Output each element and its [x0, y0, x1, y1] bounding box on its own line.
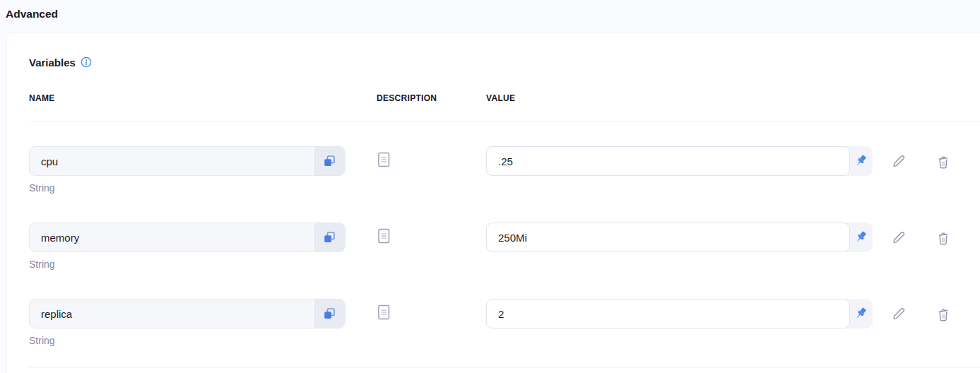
variable-row: String	[29, 146, 980, 194]
value-input[interactable]	[486, 223, 850, 252]
copy-icon	[322, 230, 336, 244]
description-button[interactable]	[377, 151, 391, 169]
pin-icon	[853, 230, 868, 245]
copy-button[interactable]	[313, 300, 345, 328]
value-field	[486, 146, 873, 176]
trash-icon	[935, 153, 952, 170]
edit-button[interactable]	[887, 150, 910, 172]
name-field	[29, 146, 346, 176]
column-header-name: NAME	[29, 93, 346, 103]
name-input[interactable]	[30, 223, 313, 251]
copy-icon	[322, 307, 336, 321]
name-input[interactable]	[30, 300, 313, 328]
copy-button[interactable]	[313, 223, 345, 251]
value-field	[486, 223, 873, 252]
edit-button[interactable]	[887, 302, 910, 325]
section-title: Variables	[29, 57, 76, 69]
description-button[interactable]	[377, 304, 391, 321]
column-header-value: VALUE	[486, 93, 873, 103]
edit-button[interactable]	[887, 226, 910, 249]
pin-button[interactable]	[849, 299, 873, 328]
trash-icon	[935, 305, 952, 322]
pin-icon	[853, 306, 868, 321]
pencil-icon	[890, 305, 907, 322]
variable-row: String	[29, 299, 980, 346]
column-header-description: DESCRIPTION	[346, 93, 486, 103]
name-field	[29, 223, 346, 252]
bottom-divider	[29, 367, 980, 368]
value-field	[486, 299, 873, 328]
document-icon	[377, 151, 391, 169]
variable-row: String	[29, 223, 980, 270]
value-input[interactable]	[486, 299, 850, 328]
document-icon	[377, 227, 391, 245]
name-input[interactable]	[30, 147, 313, 175]
header-divider	[29, 122, 980, 122]
variables-panel: Variables NAME DESCRIPTION VALUE	[6, 32, 980, 373]
pin-icon	[853, 153, 868, 169]
pencil-icon	[890, 153, 907, 170]
delete-button[interactable]	[932, 150, 955, 172]
page-title: Advanced	[6, 8, 58, 20]
copy-button[interactable]	[313, 147, 345, 175]
pin-button[interactable]	[849, 223, 873, 252]
name-field	[29, 299, 346, 328]
document-icon	[377, 304, 391, 321]
delete-button[interactable]	[932, 302, 955, 325]
info-circle-icon[interactable]	[81, 57, 92, 68]
variable-type-label: String	[29, 182, 980, 194]
copy-icon	[322, 154, 336, 168]
pin-button[interactable]	[849, 146, 873, 176]
delete-button[interactable]	[932, 226, 955, 249]
variable-type-label: String	[29, 259, 980, 270]
pencil-icon	[890, 229, 907, 246]
value-input[interactable]	[486, 146, 850, 176]
trash-icon	[935, 229, 952, 246]
description-button[interactable]	[377, 227, 391, 245]
table-header-row: NAME DESCRIPTION VALUE	[29, 93, 980, 103]
variable-type-label: String	[29, 335, 980, 346]
